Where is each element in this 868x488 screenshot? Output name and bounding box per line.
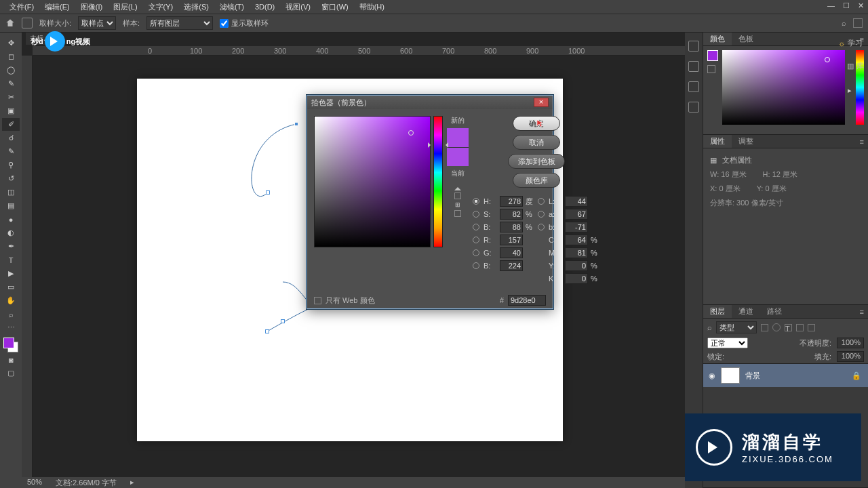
workspace-icon[interactable] <box>853 18 863 28</box>
input-bb[interactable] <box>565 222 588 232</box>
radio-b[interactable] <box>473 224 479 230</box>
panel-menu-icon[interactable]: ≡ <box>856 308 868 316</box>
radio-bl[interactable] <box>473 262 479 269</box>
input-h[interactable] <box>500 196 523 207</box>
websafe-swatch[interactable] <box>454 210 461 217</box>
input-hex[interactable] <box>508 295 546 306</box>
menu-view[interactable]: 视图(V) <box>280 1 316 14</box>
ok-button[interactable]: 确定 <box>513 116 560 131</box>
tab-swatches[interactable]: 色板 <box>732 33 760 45</box>
tab-channels[interactable]: 通道 <box>732 305 760 318</box>
type-tool[interactable]: T <box>2 253 20 266</box>
learn-button[interactable]: ☼学习 <box>838 38 863 48</box>
move-tool[interactable]: ✥ <box>2 37 20 49</box>
current-color-swatch[interactable] <box>447 147 469 166</box>
menu-type[interactable]: 文字(Y) <box>143 1 179 14</box>
libraries-button[interactable]: ▥库 <box>847 61 864 71</box>
filter-adjust-icon[interactable] <box>772 323 781 331</box>
layer-row-background[interactable]: ◉ 背景 🔒 <box>703 364 868 387</box>
menu-edit[interactable]: 编辑(E) <box>39 1 75 14</box>
radio-h[interactable] <box>473 198 479 205</box>
input-r[interactable] <box>500 235 523 245</box>
marquee-tool[interactable]: ◻ <box>2 50 20 63</box>
opacity-value[interactable]: 100% <box>837 338 864 348</box>
filter-smart-icon[interactable] <box>808 324 815 331</box>
radio-bb[interactable] <box>538 224 545 230</box>
status-arrow-icon[interactable]: ▸ <box>130 478 134 487</box>
radio-g[interactable] <box>473 249 479 256</box>
tab-adjustments[interactable]: 调整 <box>732 135 760 148</box>
anchor-point[interactable] <box>281 319 285 323</box>
dialog-color-field[interactable] <box>314 116 431 247</box>
blur-tool[interactable]: ● <box>2 213 20 226</box>
input-blue[interactable] <box>500 260 523 271</box>
anchor-point[interactable] <box>266 190 270 195</box>
window-close-icon[interactable]: ✕ <box>858 1 864 10</box>
cancel-button[interactable]: 取消 <box>513 135 560 150</box>
anchor-point[interactable] <box>294 122 298 126</box>
lasso-tool[interactable]: ◯ <box>2 64 20 77</box>
panel-background-swatch[interactable] <box>707 65 715 73</box>
layer-name[interactable]: 背景 <box>745 371 760 381</box>
crop-tool[interactable]: ✂ <box>2 91 20 104</box>
color-swatches[interactable] <box>3 338 18 352</box>
menu-filter[interactable]: 滤镜(T) <box>214 1 250 14</box>
tab-color[interactable]: 颜色 <box>703 33 732 45</box>
menu-window[interactable]: 窗口(W) <box>316 1 354 14</box>
path-select-tool[interactable]: ▶ <box>2 267 20 280</box>
history-brush-tool[interactable]: ↺ <box>2 172 20 185</box>
radio-r[interactable] <box>473 237 479 243</box>
color-libraries-button[interactable]: 颜色库 <box>513 173 560 188</box>
input-bright[interactable] <box>500 222 523 232</box>
dodge-tool[interactable]: ◐ <box>2 226 20 239</box>
lock-icon[interactable]: 🔒 <box>845 371 868 380</box>
filter-search-icon[interactable]: ⌕ <box>707 323 712 331</box>
layer-filter-select[interactable]: 类型 <box>716 321 757 333</box>
doc-size-info[interactable]: 文档:2.66M/0 字节 <box>56 478 117 487</box>
home-icon[interactable] <box>5 18 15 28</box>
window-maximize-icon[interactable]: ☐ <box>843 1 850 10</box>
input-m[interactable] <box>565 247 588 258</box>
healing-tool[interactable]: ☌ <box>2 131 20 144</box>
menu-3d[interactable]: 3D(D) <box>250 1 280 12</box>
edit-toolbar[interactable]: ⋯ <box>2 321 20 334</box>
gamut-warning-icon[interactable] <box>454 184 461 190</box>
color-field[interactable] <box>722 50 845 125</box>
input-l[interactable] <box>565 196 588 207</box>
radio-s[interactable] <box>473 211 479 218</box>
paragraph-panel-icon[interactable] <box>688 102 699 113</box>
layer-thumbnail[interactable] <box>721 367 740 384</box>
brush-settings-icon[interactable] <box>688 81 699 92</box>
brush-tool[interactable]: ✎ <box>2 145 20 158</box>
sample-size-select[interactable]: 取样点 <box>78 16 116 30</box>
filter-pixel-icon[interactable] <box>761 324 768 331</box>
web-only-checkbox[interactable] <box>314 297 321 304</box>
radio-a[interactable] <box>538 211 545 218</box>
visibility-icon[interactable]: ◉ <box>703 371 721 380</box>
gradient-tool[interactable]: ▤ <box>2 199 20 212</box>
dialog-close-icon[interactable]: × <box>534 98 549 107</box>
fill-value[interactable]: 100% <box>837 351 864 362</box>
menu-layer[interactable]: 图层(L) <box>108 1 142 14</box>
info-panel-icon[interactable] <box>688 61 699 72</box>
anchor-point[interactable] <box>265 329 269 333</box>
add-to-swatches-button[interactable]: 添加到色板 <box>508 154 565 169</box>
input-a[interactable] <box>565 209 588 220</box>
quickmask-toggle[interactable]: ◙ <box>2 353 20 366</box>
eyedropper-tool-icon[interactable] <box>22 18 33 28</box>
pen-tool[interactable]: ✒ <box>2 240 20 253</box>
filter-type-icon[interactable]: T <box>785 324 792 331</box>
panel-menu-icon[interactable]: ≡ <box>856 138 868 146</box>
search-icon[interactable]: ⌕ <box>842 19 846 27</box>
zoom-tool[interactable]: ⌕ <box>2 308 20 321</box>
input-c[interactable] <box>565 235 588 245</box>
frame-tool[interactable]: ▣ <box>2 104 20 117</box>
input-k[interactable] <box>565 273 588 284</box>
tab-paths[interactable]: 路径 <box>760 305 789 318</box>
menu-file[interactable]: 文件(F) <box>4 1 39 14</box>
history-panel-icon[interactable] <box>688 41 699 52</box>
radio-l[interactable] <box>538 198 545 205</box>
input-g[interactable] <box>500 247 523 258</box>
window-minimize-icon[interactable]: — <box>827 1 835 10</box>
menu-select[interactable]: 选择(S) <box>178 1 214 14</box>
